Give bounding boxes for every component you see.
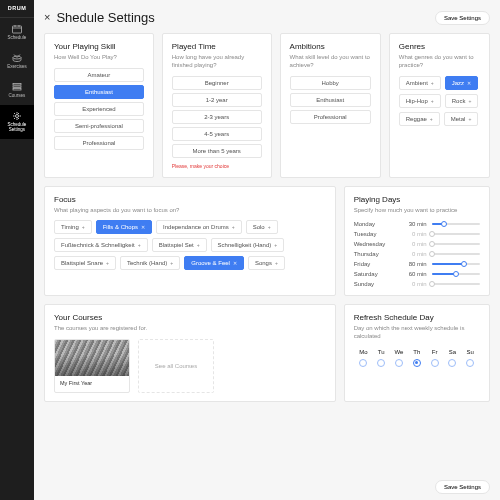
card-title: Focus xyxy=(54,195,326,204)
day-value: 0 min xyxy=(399,231,427,237)
day-abbrev: We xyxy=(395,349,404,355)
add-icon: + xyxy=(274,242,277,248)
tag-chip[interactable]: Timing+ xyxy=(54,220,92,234)
day-slider[interactable] xyxy=(432,270,480,277)
day-name: Sunday xyxy=(354,281,394,287)
sidebar-item-schedule-settings[interactable]: Schedule Settings xyxy=(0,105,34,139)
refresh-day-option[interactable]: Tu xyxy=(372,349,389,367)
slider-knob-icon xyxy=(453,271,459,277)
sidebar-item-courses[interactable]: Courses xyxy=(0,76,34,105)
tag-chip[interactable]: Reggae+ xyxy=(399,112,440,126)
day-row: Friday80 min xyxy=(354,260,480,267)
card-subtitle: What playing aspects do you want to focu… xyxy=(54,207,326,215)
option[interactable]: Professional xyxy=(290,110,371,124)
tag-chip[interactable]: Fills & Chops✕ xyxy=(96,220,152,234)
radio-icon xyxy=(395,359,403,367)
day-row: Thursday0 min xyxy=(354,250,480,257)
card-ambitions: Ambitions What skill level do you want t… xyxy=(280,33,381,178)
svg-point-10 xyxy=(16,114,19,117)
sidebar-item-schedule[interactable]: Schedule xyxy=(0,18,34,47)
slider-knob-icon xyxy=(429,281,435,287)
add-icon: + xyxy=(232,224,235,230)
tag-chip[interactable]: Schnelligkeit (Hand)+ xyxy=(211,238,285,252)
radio-icon xyxy=(466,359,474,367)
refresh-day-options: MoTuWeThFrSaSu xyxy=(354,347,480,369)
radio-icon xyxy=(448,359,456,367)
calendar-icon xyxy=(11,24,23,34)
close-icon[interactable]: × xyxy=(44,12,50,23)
day-abbrev: Tu xyxy=(378,349,385,355)
day-name: Friday xyxy=(354,261,394,267)
option[interactable]: Enthusiast xyxy=(290,93,371,107)
option[interactable]: Hobby xyxy=(290,76,371,90)
card-title: Your Playing Skill xyxy=(54,42,144,51)
tag-chip[interactable]: Fußtechnick & Schnelligkeit+ xyxy=(54,238,148,252)
day-slider[interactable] xyxy=(432,250,480,257)
refresh-day-option[interactable]: Sa xyxy=(444,349,461,367)
tag-chip[interactable]: Solo+ xyxy=(246,220,278,234)
day-name: Saturday xyxy=(354,271,394,277)
add-icon: + xyxy=(197,242,200,248)
tag-chip[interactable]: Blattspiel Set+ xyxy=(152,238,207,252)
day-slider[interactable] xyxy=(432,220,480,227)
svg-rect-0 xyxy=(13,26,22,33)
day-slider[interactable] xyxy=(432,240,480,247)
tag-chip[interactable]: Groove & Feel✕ xyxy=(184,256,244,270)
add-icon: + xyxy=(468,98,471,104)
option[interactable]: Enthusiast xyxy=(54,85,144,99)
day-slider[interactable] xyxy=(432,260,480,267)
genre-chips: Ambient+Jazz✕Hip-Hop+Rock+Reggae+Metal+ xyxy=(399,76,480,126)
course-thumbnail xyxy=(55,340,129,376)
tag-chip[interactable]: Technik (Hand)+ xyxy=(120,256,180,270)
slider-knob-icon xyxy=(461,261,467,267)
day-name: Tuesday xyxy=(354,231,394,237)
course-card[interactable]: My First Year xyxy=(54,339,130,393)
card-courses: Your Courses The courses you are registe… xyxy=(44,304,336,402)
page-title: Shedule Settings xyxy=(56,10,154,25)
save-button-top[interactable]: Save Settings xyxy=(435,11,490,25)
card-subtitle: Day on which the next weekly schedule is… xyxy=(354,325,480,341)
option[interactable]: 2-3 years xyxy=(172,110,262,124)
tag-chip[interactable]: Jazz✕ xyxy=(445,76,478,90)
sidebar-item-exercises[interactable]: Exercises xyxy=(0,47,34,76)
card-skill: Your Playing Skill How Well Do You Play?… xyxy=(44,33,154,178)
refresh-day-option[interactable]: Th xyxy=(408,349,425,367)
svg-rect-7 xyxy=(13,83,21,85)
svg-rect-8 xyxy=(13,86,21,88)
option[interactable]: Professional xyxy=(54,136,144,150)
option[interactable]: 1-2 year xyxy=(172,93,262,107)
day-name: Monday xyxy=(354,221,394,227)
day-slider[interactable] xyxy=(432,280,480,287)
refresh-day-option[interactable]: Fr xyxy=(426,349,443,367)
tag-chip[interactable]: Independance on Drums+ xyxy=(156,220,242,234)
tag-chip[interactable]: Blattspiel Snare+ xyxy=(54,256,116,270)
option[interactable]: Beginner xyxy=(172,76,262,90)
slider-knob-icon xyxy=(429,231,435,237)
day-value: 80 min xyxy=(399,261,427,267)
refresh-day-option[interactable]: Su xyxy=(462,349,479,367)
refresh-day-option[interactable]: We xyxy=(390,349,407,367)
add-icon: + xyxy=(468,116,471,122)
card-refresh-day: Refresh Schedule Day Day on which the ne… xyxy=(344,304,490,402)
option[interactable]: More than 5 years xyxy=(172,144,262,158)
day-name: Wednesday xyxy=(354,241,394,247)
refresh-day-option[interactable]: Mo xyxy=(355,349,372,367)
option[interactable]: 4-5 years xyxy=(172,127,262,141)
see-all-courses[interactable]: See all Courses xyxy=(138,339,214,393)
skill-options: AmateurEnthusiastExperiencedSemi-profess… xyxy=(54,68,144,150)
tag-chip[interactable]: Hip-Hop+ xyxy=(399,94,441,108)
validation-note: Please, make your choice xyxy=(172,163,262,169)
day-slider[interactable] xyxy=(432,230,480,237)
option[interactable]: Experienced xyxy=(54,102,144,116)
drum-icon xyxy=(11,53,23,63)
tag-chip[interactable]: Ambient+ xyxy=(399,76,441,90)
option[interactable]: Semi-professional xyxy=(54,119,144,133)
tag-chip[interactable]: Songs+ xyxy=(248,256,285,270)
save-button-bottom[interactable]: Save Settings xyxy=(435,480,490,494)
remove-icon: ✕ xyxy=(141,224,145,230)
slider-knob-icon xyxy=(441,221,447,227)
option[interactable]: Amateur xyxy=(54,68,144,82)
day-row: Sunday0 min xyxy=(354,280,480,287)
tag-chip[interactable]: Metal+ xyxy=(444,112,479,126)
tag-chip[interactable]: Rock+ xyxy=(445,94,479,108)
